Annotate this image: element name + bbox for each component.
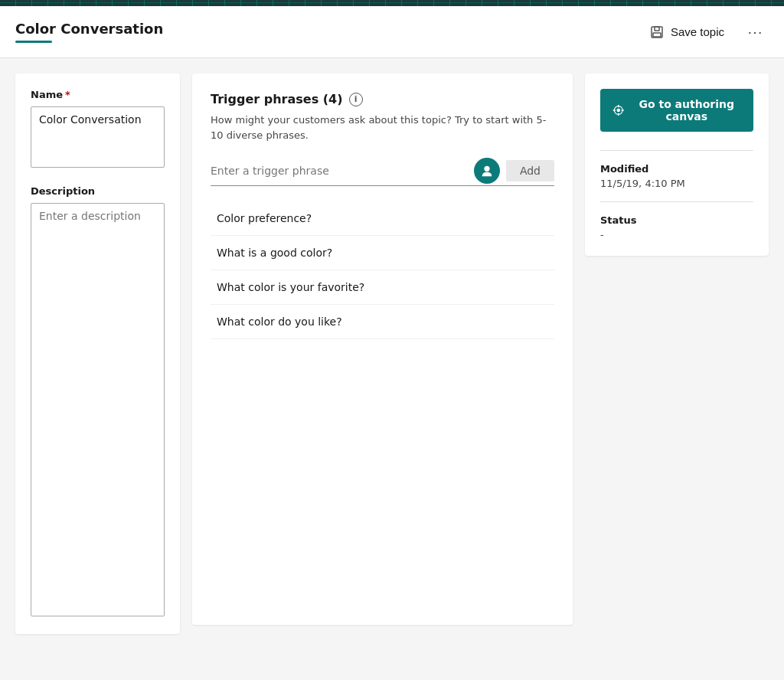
svg-point-3	[484, 166, 489, 172]
circuit-banner	[0, 0, 784, 6]
name-input[interactable]: Color Conversation	[31, 106, 165, 168]
page-title: Color Conversation	[15, 21, 163, 38]
save-icon	[649, 25, 665, 40]
name-description-card: Name* Color Conversation Description	[15, 74, 180, 634]
svg-rect-1	[655, 27, 659, 31]
person-icon	[480, 164, 494, 178]
phrase-item[interactable]: What color do you like?	[211, 305, 554, 339]
title-underline	[15, 41, 52, 43]
more-options-icon: ⋯	[747, 24, 763, 41]
phrase-item[interactable]: What color is your favorite?	[211, 270, 554, 305]
description-input[interactable]	[31, 203, 165, 616]
description-label: Description	[31, 185, 165, 197]
phrase-item[interactable]: Color preference?	[211, 201, 554, 236]
person-icon-button[interactable]	[474, 158, 500, 184]
svg-rect-2	[653, 33, 661, 37]
trigger-title: Trigger phrases (4)	[211, 92, 343, 106]
add-phrase-button[interactable]: Add	[506, 160, 554, 181]
right-panel: Go to authoring canvas Modified 11/5/19,…	[585, 74, 769, 665]
trigger-phrases-card: Trigger phrases (4) i How might your cus…	[192, 74, 573, 625]
modified-section: Modified 11/5/19, 4:10 PM	[600, 150, 753, 189]
modified-value: 11/5/19, 4:10 PM	[600, 178, 753, 189]
right-card: Go to authoring canvas Modified 11/5/19,…	[585, 74, 769, 256]
go-to-authoring-button[interactable]: Go to authoring canvas	[600, 89, 753, 132]
name-label: Name*	[31, 89, 165, 100]
svg-point-4	[616, 109, 620, 113]
middle-panel: Trigger phrases (4) i How might your cus…	[192, 74, 573, 665]
phrase-list: Color preference? What is a good color? …	[211, 201, 554, 339]
header: Color Conversation Save topic ⋯	[0, 6, 784, 58]
main-content: Name* Color Conversation Description Tri…	[0, 58, 784, 680]
modified-label: Modified	[600, 163, 753, 175]
trigger-subtitle: How might your customers ask about this …	[211, 113, 554, 142]
required-indicator: *	[65, 89, 70, 100]
save-topic-label: Save topic	[671, 25, 724, 38]
save-topic-button[interactable]: Save topic	[642, 20, 732, 44]
trigger-input-row: Add	[211, 158, 554, 186]
authoring-canvas-icon	[612, 103, 624, 118]
trigger-header: Trigger phrases (4) i	[211, 92, 554, 106]
header-left: Color Conversation	[15, 21, 163, 43]
trigger-phrase-input[interactable]	[211, 160, 468, 181]
status-label: Status	[600, 214, 753, 226]
phrase-item[interactable]: What is a good color?	[211, 236, 554, 270]
authoring-button-label: Go to authoring canvas	[632, 98, 741, 123]
status-section: Status -	[600, 201, 753, 240]
header-right: Save topic ⋯	[642, 20, 769, 44]
more-options-button[interactable]: ⋯	[741, 21, 769, 43]
info-icon[interactable]: i	[349, 93, 363, 106]
status-value: -	[600, 229, 753, 240]
left-panel: Name* Color Conversation Description	[15, 74, 180, 665]
